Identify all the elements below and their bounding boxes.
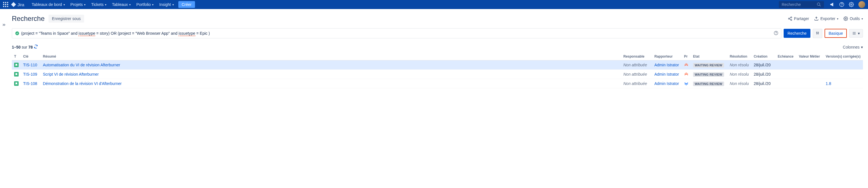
- status-badge: WAITING REVIEW: [693, 63, 724, 67]
- svg-point-16: [791, 20, 792, 21]
- col-header-reporter[interactable]: Rapporteur: [652, 53, 682, 60]
- col-header-summary[interactable]: Résumé: [41, 53, 621, 60]
- basic-mode-button[interactable]: Basique: [825, 29, 847, 38]
- nav-insight[interactable]: Insight▾: [156, 0, 176, 9]
- resolution-text: Non résolu: [730, 72, 749, 76]
- help-icon[interactable]: [839, 2, 844, 7]
- col-header-type[interactable]: T: [12, 53, 21, 60]
- fixversion-link[interactable]: 1.8: [826, 81, 831, 86]
- jql-text: (project = "Teams in Space" and issuetyp…: [21, 31, 774, 36]
- svg-point-19: [845, 18, 846, 19]
- jira-logo-text: Jira: [18, 2, 24, 7]
- issue-key-link[interactable]: TIS-109: [23, 72, 37, 76]
- nav-tickets[interactable]: Tickets▾: [88, 0, 109, 9]
- svg-rect-8: [7, 6, 8, 7]
- business-text: [797, 60, 824, 70]
- svg-rect-5: [7, 4, 8, 5]
- export-icon: [814, 17, 818, 21]
- assignee-text: Non attribuée: [623, 63, 647, 67]
- share-button[interactable]: Partager: [788, 17, 809, 21]
- jql-assist-button[interactable]: [813, 29, 822, 38]
- app-switcher-icon[interactable]: [3, 2, 8, 7]
- svg-line-17: [789, 19, 791, 20]
- feedback-icon[interactable]: [830, 2, 835, 7]
- nav-boards[interactable]: Tableaux▾: [109, 0, 133, 9]
- created-text: 28/juil./20: [751, 70, 775, 79]
- svg-point-20: [15, 31, 19, 35]
- issue-key-link[interactable]: TIS-110: [23, 63, 37, 67]
- view-switcher[interactable]: ▾: [849, 29, 863, 37]
- create-button[interactable]: Créer: [178, 1, 195, 8]
- col-header-due[interactable]: Echéance: [775, 53, 797, 60]
- svg-rect-4: [5, 4, 6, 5]
- svg-point-12: [842, 6, 842, 6]
- assignee-text: Non attribuée: [623, 81, 647, 86]
- svg-point-14: [791, 17, 792, 18]
- reporter-link[interactable]: Admin Istrator: [654, 72, 679, 76]
- page-title: Recherche: [12, 15, 44, 23]
- svg-rect-2: [7, 2, 8, 3]
- col-header-resolution[interactable]: Résolution: [727, 53, 751, 60]
- search-placeholder: Recherche: [782, 2, 817, 7]
- col-header-key[interactable]: Clé: [21, 53, 41, 60]
- save-as-button[interactable]: Enregistrer sous: [49, 15, 84, 23]
- user-avatar[interactable]: [859, 1, 865, 8]
- global-search-input[interactable]: Recherche: [779, 1, 824, 8]
- status-badge: WAITING REVIEW: [693, 72, 724, 77]
- jql-help-icon[interactable]: [774, 31, 778, 36]
- priority-icon: [684, 63, 688, 67]
- tools-button[interactable]: Outils ▾: [843, 17, 863, 21]
- svg-rect-0: [3, 2, 4, 3]
- created-text: 28/juil./20: [751, 79, 775, 88]
- col-header-priority[interactable]: Pr: [682, 53, 691, 60]
- issue-table: T Clé Résumé Responsable Rapporteur Pr E…: [12, 53, 863, 88]
- settings-icon[interactable]: [849, 2, 854, 7]
- svg-rect-1: [5, 2, 6, 3]
- svg-line-18: [789, 18, 791, 18]
- col-header-status[interactable]: Etat: [691, 53, 727, 60]
- table-row[interactable]: TIS-110Automatisation du VI de révision …: [12, 60, 863, 70]
- story-icon: [14, 63, 19, 67]
- nav-portfolio[interactable]: Portfolio▾: [133, 0, 156, 9]
- business-text: [797, 70, 824, 79]
- col-header-fixversion[interactable]: Version(s) corrigée(s): [824, 53, 863, 60]
- svg-point-9: [817, 3, 820, 5]
- share-icon: [788, 17, 793, 21]
- issue-summary-link[interactable]: Automatisation du VI de révision Afterbu…: [43, 63, 120, 67]
- table-row[interactable]: TIS-109Script VI de révision Afterburner…: [12, 70, 863, 79]
- issue-summary-link[interactable]: Démonstration de la révision VI d'Afterb…: [43, 81, 122, 86]
- status-badge: WAITING REVIEW: [693, 82, 724, 86]
- col-header-assignee[interactable]: Responsable: [621, 53, 652, 60]
- col-header-business[interactable]: Valeur Métier: [797, 53, 824, 60]
- business-text: [797, 79, 824, 88]
- jql-input[interactable]: (project = "Teams in Space" and issuetyp…: [12, 28, 781, 38]
- story-icon: [14, 72, 19, 76]
- issue-summary-link[interactable]: Script VI de révision Afterburner: [43, 72, 99, 76]
- story-icon: [14, 81, 19, 86]
- resolution-text: Non résolu: [730, 81, 749, 86]
- jira-logo[interactable]: Jira: [11, 2, 24, 7]
- svg-rect-3: [3, 4, 4, 5]
- svg-rect-6: [3, 6, 4, 7]
- list-view-icon: [852, 31, 856, 35]
- table-row[interactable]: TIS-108Démonstration de la révision VI d…: [12, 79, 863, 88]
- reporter-link[interactable]: Admin Istrator: [654, 63, 679, 67]
- resolution-text: Non résolu: [730, 63, 749, 67]
- due-text: [775, 60, 797, 70]
- svg-point-15: [788, 18, 789, 19]
- columns-button[interactable]: Colonnes▾: [843, 45, 863, 50]
- reporter-link[interactable]: Admin Istrator: [654, 81, 679, 86]
- issue-key-link[interactable]: TIS-108: [23, 81, 37, 86]
- svg-point-13: [851, 4, 852, 5]
- export-button[interactable]: Exporter ▾: [814, 17, 838, 21]
- results-count: 1–50 sur 78: [12, 45, 33, 50]
- nav-projects[interactable]: Projets▾: [68, 0, 89, 9]
- refresh-icon[interactable]: [34, 44, 38, 50]
- search-icon: [817, 2, 821, 7]
- assignee-text: Non attribuée: [623, 72, 647, 76]
- search-button[interactable]: Recherche: [784, 29, 811, 38]
- col-header-created[interactable]: Création: [751, 53, 775, 60]
- svg-line-10: [819, 5, 820, 6]
- nav-dashboards[interactable]: Tableaux de bord▾: [29, 0, 67, 9]
- sidebar-expand-icon[interactable]: [0, 9, 8, 88]
